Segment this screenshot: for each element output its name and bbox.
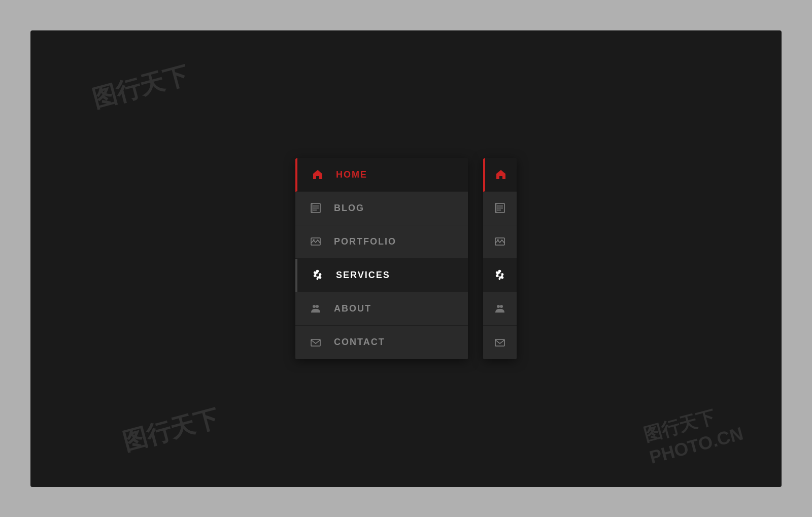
home-icon — [308, 169, 328, 180]
about-icon — [306, 303, 326, 314]
svg-point-7 — [313, 305, 316, 308]
full-menu: HOME BLOG — [295, 158, 468, 359]
icon-nav-home[interactable] — [483, 158, 517, 192]
svg-rect-19 — [495, 339, 504, 346]
svg-point-18 — [500, 305, 503, 308]
nav-item-blog[interactable]: BLOG — [295, 192, 468, 225]
icon-nav-blog[interactable] — [483, 192, 517, 225]
nav-item-home[interactable]: HOME — [295, 158, 468, 192]
svg-rect-9 — [311, 339, 320, 346]
svg-rect-14 — [495, 203, 497, 213]
watermark-br: 图行天下PHOTO.CN — [640, 399, 745, 468]
svg-rect-4 — [311, 203, 313, 213]
nav-item-about[interactable]: ABOUT — [295, 292, 468, 326]
blog-icon — [306, 202, 326, 214]
icon-nav-services[interactable] — [483, 259, 517, 292]
svg-point-17 — [497, 305, 500, 308]
contact-icon — [306, 337, 326, 348]
portfolio-icon — [306, 236, 326, 247]
watermark-tl: 图行天下 — [89, 59, 191, 116]
nav-item-blog-label: BLOG — [334, 203, 364, 214]
icon-nav-portfolio[interactable] — [483, 225, 517, 259]
nav-item-contact[interactable]: CONTACT — [295, 326, 468, 359]
watermark-bl: 图行天下 — [119, 402, 222, 459]
nav-item-contact-label: CONTACT — [334, 337, 385, 348]
nav-item-home-label: HOME — [336, 169, 367, 180]
services-icon — [308, 269, 328, 281]
main-screen: 图行天下 图行天下 图行天下PHOTO.CN HOME — [30, 30, 782, 487]
nav-item-about-label: ABOUT — [334, 303, 371, 314]
nav-item-portfolio-label: PORTFOLIO — [334, 236, 396, 247]
svg-point-16 — [497, 239, 499, 241]
icon-nav-about[interactable] — [483, 292, 517, 326]
nav-item-portfolio[interactable]: PORTFOLIO — [295, 225, 468, 259]
svg-point-8 — [316, 305, 319, 308]
menus-container: HOME BLOG — [295, 158, 517, 359]
icon-menu — [483, 158, 517, 359]
nav-item-services[interactable]: SERVICES — [295, 259, 468, 292]
svg-point-6 — [313, 239, 315, 241]
icon-nav-contact[interactable] — [483, 326, 517, 359]
nav-item-services-label: SERVICES — [336, 270, 390, 281]
